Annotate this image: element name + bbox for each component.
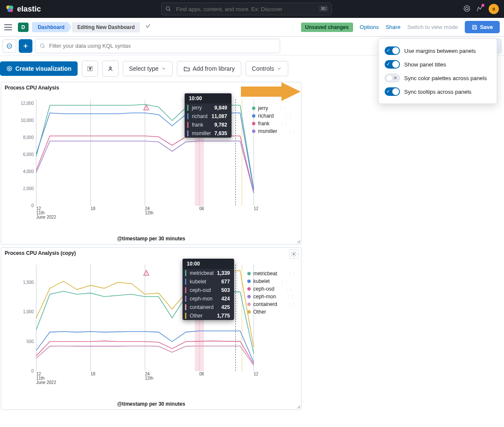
image-tool-button[interactable] xyxy=(102,61,119,77)
folder-icon xyxy=(183,65,190,72)
brand-text: elastic xyxy=(17,5,41,14)
svg-text:18: 18 xyxy=(91,372,96,376)
global-search: ⌘/ xyxy=(161,3,332,15)
svg-text:1,500: 1,500 xyxy=(23,280,34,285)
toggle-sync-tooltips[interactable]: ✓ xyxy=(385,87,400,96)
legend-item[interactable]: ceph-osd⋮⋮ xyxy=(247,285,296,293)
brand-logo[interactable]: elastic xyxy=(5,4,41,14)
legend-item[interactable]: ceph-mon⋮⋮ xyxy=(247,293,296,300)
select-type-button[interactable]: Select type xyxy=(123,61,173,76)
options-popover: ✓ Use margins between panels ✓ Show pane… xyxy=(378,38,497,104)
svg-text:0: 0 xyxy=(31,369,34,373)
nav-toggle-icon[interactable] xyxy=(4,22,14,32)
add-filter-button[interactable] xyxy=(19,39,32,53)
gear-icon xyxy=(291,251,297,257)
legend-item[interactable]: containerd⋮⋮ xyxy=(247,300,296,308)
svg-text:06: 06 xyxy=(200,372,205,376)
breadcrumb-actions: Unsaved changes Options Share Switch to … xyxy=(301,21,500,33)
kql-input[interactable] xyxy=(49,43,275,49)
svg-point-14 xyxy=(7,66,12,71)
option-sync-tooltips: ✓ Sync tooltips across panels xyxy=(385,85,491,98)
legend-item[interactable]: kubelet⋮⋮ xyxy=(247,277,296,285)
option-sync-colors: ✕ Sync color palettes across panels xyxy=(385,71,491,85)
svg-text:0: 0 xyxy=(31,203,34,208)
svg-text:12,000: 12,000 xyxy=(20,101,34,106)
breadcrumb-current: Editing New Dashboard xyxy=(72,22,140,32)
option-sync-tooltips-label: Sync tooltips across panels xyxy=(404,89,472,95)
dashboard-panel: Process CPU Analysis Count of records 02… xyxy=(1,82,301,245)
save-button-label: Save xyxy=(480,24,493,30)
option-margins: ✓ Use margins between panels xyxy=(385,44,491,58)
help-icon[interactable] xyxy=(463,5,471,14)
svg-point-6 xyxy=(464,6,470,12)
toggle-margins[interactable]: ✓ xyxy=(385,46,400,55)
svg-text:June 2022: June 2022 xyxy=(36,215,56,219)
toggle-titles[interactable]: ✓ xyxy=(385,60,400,69)
svg-text:12th: 12th xyxy=(145,211,153,215)
legend-item[interactable]: Other⋮⋮ xyxy=(247,308,296,316)
svg-point-4 xyxy=(166,7,170,10)
svg-text:1,000: 1,000 xyxy=(23,309,34,314)
unsaved-badge: Unsaved changes xyxy=(301,23,353,32)
tooltip-time: 10:00 xyxy=(185,93,232,104)
save-button[interactable]: Save xyxy=(465,21,500,33)
create-vis-label: Create visualization xyxy=(15,65,72,72)
options-link[interactable]: Options xyxy=(360,24,379,30)
top-header: elastic ⌘/ e xyxy=(0,0,504,18)
space-chip[interactable]: D xyxy=(18,23,29,32)
newsfeed-icon[interactable] xyxy=(476,5,484,14)
chart-canvas[interactable]: Count of records 02,0004,0006,0008,00010… xyxy=(1,93,301,234)
legend-item[interactable]: richard⋮⋮ xyxy=(252,112,296,120)
user-avatar[interactable]: e xyxy=(489,4,499,14)
option-titles: ✓ Show panel titles xyxy=(385,58,491,71)
svg-text:18: 18 xyxy=(91,206,96,211)
legend-item[interactable]: msmiller⋮⋮ xyxy=(252,127,296,135)
svg-text:2,000: 2,000 xyxy=(23,186,34,191)
warning-icon xyxy=(143,270,149,276)
kql-input-wrapper xyxy=(35,39,280,53)
controls-label: Controls xyxy=(252,65,274,72)
toggle-sync-colors[interactable]: ✕ xyxy=(385,74,400,82)
chart-legend: jerry⋮⋮richard⋮⋮frank⋮⋮msmiller⋮⋮ xyxy=(252,104,296,135)
svg-text:4,000: 4,000 xyxy=(23,169,34,174)
add-from-library-button[interactable]: Add from library xyxy=(177,61,241,76)
controls-button[interactable]: Controls xyxy=(246,61,288,76)
avatar-initial: e xyxy=(492,6,495,12)
switch-view-link[interactable]: Switch to view mode xyxy=(407,24,458,30)
chart-canvas[interactable]: Count of records 05001,0001,500121824061… xyxy=(1,259,301,399)
resize-handle-icon[interactable]: ◢ xyxy=(297,404,300,409)
svg-text:8,000: 8,000 xyxy=(23,135,34,140)
select-type-label: Select type xyxy=(129,65,159,72)
dashboard-panels-area: Process CPU Analysis Count of records 02… xyxy=(0,82,504,410)
create-visualization-button[interactable]: Create visualization xyxy=(0,61,78,76)
svg-text:T: T xyxy=(89,67,91,71)
search-icon xyxy=(165,6,171,13)
chevron-down-icon[interactable] xyxy=(145,23,151,31)
filter-toggle-button[interactable] xyxy=(3,39,16,53)
svg-text:12: 12 xyxy=(254,206,258,211)
svg-point-3 xyxy=(10,9,13,12)
global-search-input[interactable] xyxy=(161,3,332,15)
breadcrumb-bar: D Dashboard Editing New Dashboard Unsave… xyxy=(0,18,504,37)
share-link[interactable]: Share xyxy=(385,24,400,30)
chart-legend: metricbeat⋮⋮kubelet⋮⋮ceph-osd⋮⋮ceph-mon⋮… xyxy=(247,270,296,316)
svg-text:12: 12 xyxy=(254,372,258,376)
resize-handle-icon[interactable]: ◢ xyxy=(297,239,300,243)
breadcrumb-dashboard[interactable]: Dashboard xyxy=(32,22,72,32)
legend-item[interactable]: metricbeat⋮⋮ xyxy=(247,270,296,277)
notification-dot xyxy=(481,4,484,7)
svg-point-18 xyxy=(110,67,111,69)
svg-line-13 xyxy=(43,46,45,48)
warning-icon xyxy=(143,104,149,110)
panel-title: Process CPU Analysis (copy) xyxy=(1,248,301,259)
legend-item[interactable]: jerry⋮⋮ xyxy=(252,104,296,112)
chevron-down-icon xyxy=(277,66,282,71)
text-tool-button[interactable]: T xyxy=(82,61,98,77)
panel-settings-button[interactable] xyxy=(289,249,298,259)
svg-marker-19 xyxy=(241,82,301,101)
svg-point-45 xyxy=(146,109,147,110)
search-icon xyxy=(40,43,46,49)
legend-item[interactable]: frank⋮⋮ xyxy=(252,120,296,127)
chevron-down-icon xyxy=(161,66,166,71)
header-right-actions: e xyxy=(463,4,499,14)
